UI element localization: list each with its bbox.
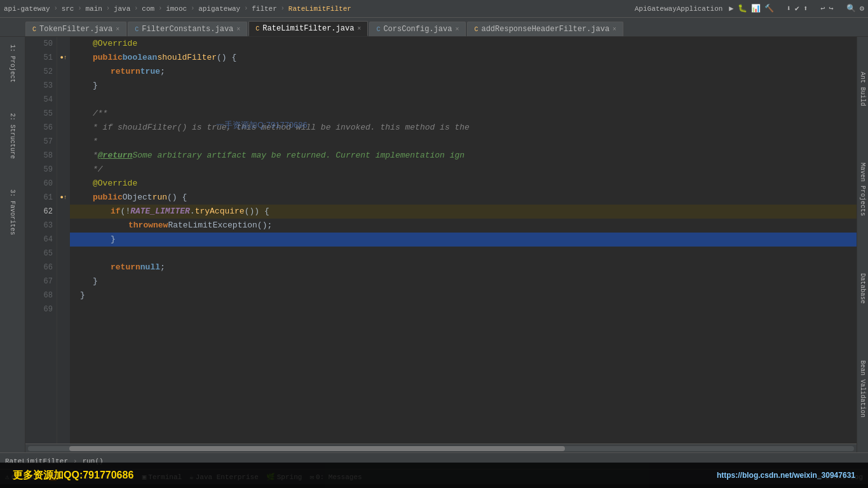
kw-boolean-51: boolean — [123, 51, 158, 65]
breadcrumb-java[interactable]: java — [114, 5, 130, 13]
static-ratelimiter: RATE_LIMITER — [130, 205, 190, 219]
code-line-58: * @return Some arbitrary artifact may be… — [70, 149, 857, 163]
vcs-commit-button[interactable]: ✔ — [795, 4, 799, 13]
sidebar-structure[interactable]: 2: Structure — [1, 108, 24, 164]
code-lines-container[interactable]: @Override public boolean shouldFilter ()… — [70, 37, 857, 444]
comment-57: * — [93, 135, 98, 149]
gutter-51: ●↑ — [57, 51, 70, 65]
line-num-64: 64 — [25, 233, 57, 247]
dot-62: . — [190, 205, 195, 219]
tab-addresponseheaderfilter-label: addResponseHeaderFilter.java — [481, 25, 609, 34]
sidebar-project[interactable]: 1: Project — [1, 39, 24, 88]
brace-close-53: } — [93, 79, 98, 93]
vcs-update-button[interactable]: ⬇ — [787, 4, 791, 13]
gutter-58 — [57, 149, 70, 163]
comment-56: * if shouldFilter() is true, this method… — [93, 121, 470, 135]
sidebar-favorites[interactable]: 3: Favorites — [1, 184, 24, 240]
breadcrumb-ratelimitfilter[interactable]: RateLimitFilter — [288, 5, 351, 13]
kw-throw-63: throw — [128, 219, 153, 233]
code-line-61: public Object run () { — [70, 191, 857, 205]
breadcrumb-src[interactable]: src — [62, 5, 74, 13]
java-icon-1: C — [32, 26, 36, 33]
code-line-56: * if shouldFilter() is true, this method… — [70, 121, 857, 135]
tab-ratelimitfilter-close[interactable]: × — [357, 25, 361, 32]
tab-filterconstants-close[interactable]: × — [236, 26, 240, 33]
watermark-left: 更多资源加QQ:791770686 — [13, 469, 133, 482]
gutter-68 — [57, 288, 70, 302]
right-panel-maven[interactable]: Maven Projects — [858, 158, 867, 221]
top-breadcrumb-bar: api-gateway › src › main › java › com › … — [0, 0, 868, 18]
vcs-push-button[interactable]: ⬆ — [803, 4, 808, 13]
kw-public-51: public — [93, 51, 123, 65]
line-num-58: 58 — [25, 149, 57, 163]
sep1: › — [54, 5, 58, 12]
scrollbar-track[interactable] — [28, 446, 854, 451]
line-num-59: 59 — [25, 163, 57, 177]
code-line-65 — [70, 247, 857, 261]
java-icon-2: C — [135, 26, 139, 33]
horizontal-scrollbar[interactable] — [25, 444, 857, 452]
line-num-67: 67 — [25, 274, 57, 288]
breadcrumb-main[interactable]: main — [85, 5, 102, 13]
tab-corsconfig[interactable]: C CorsConfig.java × — [369, 22, 466, 36]
code-line-60: @Override — [70, 177, 857, 191]
undo-button[interactable]: ↩ — [820, 4, 825, 13]
watermark-right: https://blog.csdn.net/weixin_30947631 — [717, 471, 855, 480]
kw-return-52: return — [111, 65, 140, 79]
code-line-52: return true ; — [70, 65, 857, 79]
breadcrumb-api-gateway[interactable]: api-gateway — [4, 5, 50, 13]
brace-close-64: } — [111, 233, 116, 247]
scrollbar-thumb[interactable] — [69, 446, 565, 451]
run-with-coverage-button[interactable]: 📊 — [751, 4, 761, 13]
settings-button[interactable]: ⚙ — [860, 4, 864, 13]
gutter-52 — [57, 65, 70, 79]
semi-52: ; — [160, 65, 165, 79]
search-button[interactable]: 🔍 — [846, 4, 856, 13]
tab-tokenfilter[interactable]: C TokenFilter.java × — [25, 22, 126, 36]
tab-addresponseheaderfilter-close[interactable]: × — [613, 26, 616, 33]
right-panel-bean-validation[interactable]: Bean Validation — [858, 355, 867, 423]
method-marker-51: ●↑ — [60, 55, 67, 61]
tab-ratelimitfilter[interactable]: C RateLimitFilter.java × — [248, 21, 368, 36]
gutter-61: ●↑ — [57, 191, 70, 205]
kw-return-66: return — [111, 261, 140, 274]
gutter-63 — [57, 219, 70, 233]
comment-55: /** — [93, 107, 107, 121]
right-panel-ant-build[interactable]: Ant Build — [858, 67, 867, 111]
line-num-57: 57 — [25, 135, 57, 149]
run-config-label: ApiGatewayApplication — [635, 5, 723, 13]
breadcrumb-filter[interactable]: filter — [252, 5, 277, 13]
method-run: run — [153, 191, 167, 205]
brace-open-62: { — [264, 205, 269, 219]
code-editor[interactable]: 一手资源加Q:791770686 50 51 52 53 54 55 56 57… — [25, 37, 857, 452]
kw-null-66: null — [140, 261, 160, 274]
breadcrumb-imooc[interactable]: imooc — [166, 5, 187, 13]
code-line-62: if (! RATE_LIMITER . tryAcquire ()) { — [70, 205, 857, 219]
breadcrumb-apigateway[interactable]: apigateway — [198, 5, 240, 13]
gutter-55 — [57, 107, 70, 121]
redo-button[interactable]: ↪ — [829, 4, 834, 13]
tab-filterconstants[interactable]: C FilterConstants.java × — [128, 22, 247, 36]
tab-corsconfig-close[interactable]: × — [455, 26, 459, 33]
sep2: › — [78, 5, 81, 12]
line-num-50: 50 — [25, 37, 57, 51]
java-icon-4: C — [376, 26, 380, 33]
kw-new-63: new — [153, 219, 168, 233]
left-sidebar: 1: Project 2: Structure 3: Favorites — [0, 37, 25, 452]
method-tryacquire: tryAcquire — [195, 205, 245, 219]
paren-close-62: ()) — [245, 205, 259, 219]
java-icon-5: C — [474, 26, 478, 33]
tab-tokenfilter-close[interactable]: × — [116, 26, 119, 33]
debug-button[interactable]: 🐛 — [738, 4, 747, 13]
line-num-53: 53 — [25, 79, 57, 93]
tab-addresponseheaderfilter[interactable]: C addResponseHeaderFilter.java × — [467, 22, 623, 36]
sep3: › — [106, 5, 110, 12]
line-numbers: 50 51 52 53 54 55 56 57 58 59 60 61 62 6… — [25, 37, 57, 444]
gutter-59 — [57, 163, 70, 177]
run-button[interactable]: ▶ — [729, 4, 733, 13]
right-panel-database[interactable]: Database — [858, 268, 867, 309]
breadcrumb-com[interactable]: com — [142, 5, 154, 13]
tab-corsconfig-label: CorsConfig.java — [383, 25, 452, 34]
build-button[interactable]: 🔨 — [764, 4, 774, 13]
class-ratelimitexception: RateLimitException — [168, 219, 257, 233]
